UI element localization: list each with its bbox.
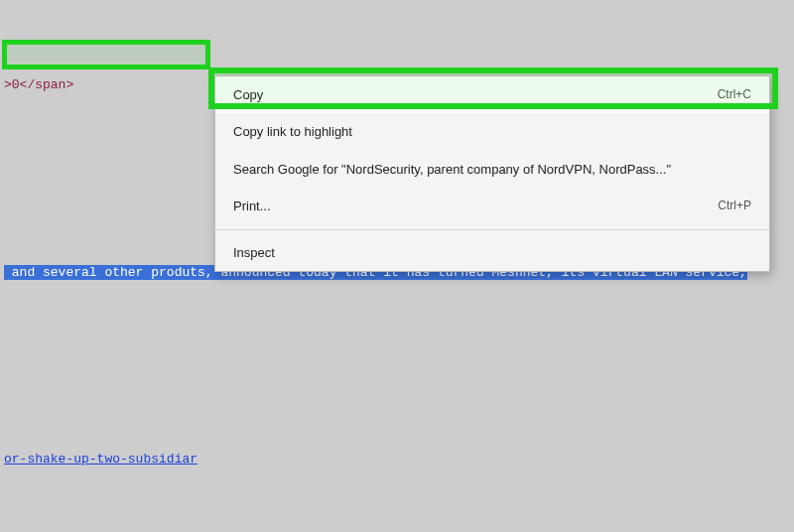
context-menu: Copy Ctrl+C Copy link to highlight Searc… [214,75,770,272]
menu-item-inspect[interactable]: Inspect [215,234,769,271]
blank-line [0,354,794,378]
menu-shortcut: Ctrl+P [718,196,751,217]
menu-label: Copy link to highlight [233,120,352,143]
span-close: >0</span> [4,77,73,92]
code-line: or-shake-up-two-subsidiar [0,448,794,471]
menu-shortcut: Ctrl+C [718,84,751,106]
menu-label: Inspect [233,241,275,264]
menu-item-print[interactable]: Print... Ctrl+P [215,188,769,224]
menu-label: Print... [233,195,271,217]
menu-label: Copy [233,83,263,106]
url-fragment[interactable]: or-shake-up-two-subsidiar [4,452,198,466]
menu-item-search-google[interactable]: Search Google for "NordSecurity, parent … [215,151,769,188]
menu-item-copy-link-highlight[interactable]: Copy link to highlight [215,113,769,150]
menu-item-copy[interactable]: Copy Ctrl+C [215,76,769,113]
selected-text[interactable]: and several other produ [4,265,190,280]
menu-separator [215,229,769,230]
menu-label: Search Google for "NordSecurity, parent … [233,158,671,181]
